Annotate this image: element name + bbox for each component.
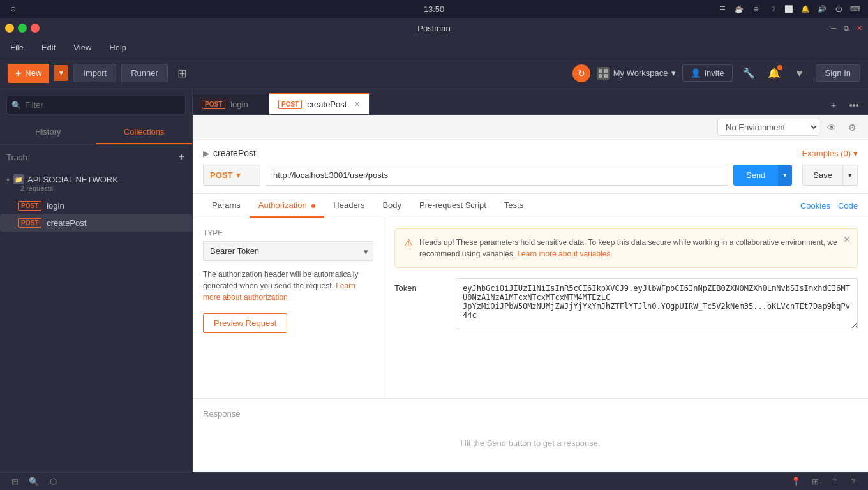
- sync-icon[interactable]: ↻: [572, 64, 590, 82]
- system-bar-right-icons: ☰ ☕ ⊕ ☽ ⬜ 🔔 🔊 ⏻ ⌨: [717, 4, 860, 14]
- env-eye-button[interactable]: 👁: [823, 119, 840, 136]
- menu-view[interactable]: View: [71, 41, 94, 54]
- auth-type-select[interactable]: Bearer Token: [203, 241, 373, 261]
- bottom-left-icons: ⊞ 🔍 ⬡: [8, 475, 60, 489]
- bottom-right-icons: 📍 ⊞ ⇧ ?: [789, 475, 860, 489]
- env-settings-button[interactable]: ⚙: [844, 119, 860, 136]
- notification-icon[interactable]: 🔔: [765, 64, 784, 83]
- menu-edit[interactable]: Edit: [39, 41, 58, 54]
- send-dropdown-button[interactable]: ▾: [778, 165, 792, 186]
- request-tabs-nav: Params Authorization Headers Body Pre-re…: [193, 194, 868, 218]
- import-button[interactable]: Import: [73, 64, 116, 82]
- tab-menu-button[interactable]: •••: [845, 96, 863, 114]
- win-close[interactable]: ✕: [855, 24, 863, 32]
- location-icon[interactable]: 📍: [789, 475, 803, 489]
- menu-file[interactable]: File: [8, 41, 26, 54]
- sidebar-actions: Trash +: [0, 145, 192, 169]
- network-icon[interactable]: ⊕: [751, 4, 761, 14]
- history-tab[interactable]: History: [0, 121, 96, 144]
- alert-close-button[interactable]: ✕: [843, 234, 851, 244]
- heart-icon[interactable]: ♥: [790, 64, 809, 83]
- agent-icon[interactable]: 🔧: [739, 64, 758, 83]
- plus-icon: +: [15, 68, 21, 79]
- alert-icon: ⚠: [404, 237, 413, 249]
- new-tab-button[interactable]: +: [825, 96, 842, 114]
- sign-in-button[interactable]: Sign In: [816, 64, 860, 82]
- preview-request-button[interactable]: Preview Request: [203, 313, 287, 333]
- title-bar-controls[interactable]: [5, 24, 40, 33]
- new-label: New: [25, 68, 41, 78]
- grid-icon[interactable]: ⊞: [808, 475, 822, 489]
- save-dropdown-button[interactable]: ▾: [843, 165, 858, 186]
- menu-icon[interactable]: ☰: [717, 4, 728, 14]
- method-label: POST: [210, 170, 232, 180]
- coffee-icon[interactable]: ☕: [734, 4, 744, 14]
- request-breadcrumb-name: createPost: [213, 148, 256, 158]
- examples-chevron-icon: ▾: [853, 149, 858, 158]
- terminal-icon[interactable]: ⬡: [46, 475, 60, 489]
- tab-body[interactable]: Body: [373, 194, 410, 218]
- trash-link[interactable]: Trash: [6, 152, 27, 162]
- new-button[interactable]: + New: [8, 64, 49, 83]
- send-button[interactable]: Send: [733, 165, 778, 186]
- url-input[interactable]: [266, 165, 728, 186]
- tab-authorization[interactable]: Authorization: [250, 194, 325, 218]
- workspace-button[interactable]: My Workspace ▾: [597, 67, 677, 80]
- bell-icon[interactable]: 🔔: [800, 4, 811, 14]
- tab-params[interactable]: Params: [203, 194, 250, 218]
- type-select-wrapper: Bearer Token ▾: [203, 241, 373, 261]
- alert-box: ⚠ Heads up! These parameters hold sensit…: [394, 228, 858, 268]
- keyboard-icon[interactable]: ⌨: [850, 4, 860, 14]
- new-folder-button[interactable]: +: [177, 150, 186, 164]
- layout-button[interactable]: ⊞: [173, 64, 192, 83]
- auth-left-panel: TYPE Bearer Token ▾ The authorization he…: [193, 218, 384, 398]
- code-link[interactable]: Code: [838, 201, 858, 211]
- search-input[interactable]: [6, 96, 186, 114]
- alert-learn-more-link[interactable]: Learn more about variables: [517, 249, 610, 258]
- tab-login[interactable]: POST login: [193, 94, 269, 114]
- sidebar: 🔍 History Collections Trash + ▾ 📁 API SO…: [0, 89, 193, 472]
- tab-pre-request-script[interactable]: Pre-request Script: [410, 194, 495, 218]
- share-icon[interactable]: ⇧: [827, 475, 841, 489]
- alert-text: Heads up! These parameters hold sensitiv…: [419, 237, 848, 260]
- help-icon[interactable]: ?: [846, 475, 860, 489]
- new-dropdown-button[interactable]: ▾: [54, 65, 68, 81]
- tab-headers[interactable]: Headers: [324, 194, 373, 218]
- env-selector[interactable]: No Environment: [717, 119, 819, 136]
- circle-icon: ⊙: [8, 4, 18, 14]
- save-button[interactable]: Save: [802, 165, 843, 186]
- method-select[interactable]: POST ▾: [203, 165, 260, 186]
- request-name-createpost: createPost: [47, 218, 86, 228]
- send-btn-group: Send ▾: [733, 165, 792, 186]
- tab-tests[interactable]: Tests: [495, 194, 532, 218]
- power-icon[interactable]: ⏻: [834, 4, 844, 14]
- examples-link[interactable]: Examples (0) ▾: [802, 149, 858, 158]
- search-icon-bottom[interactable]: 🔍: [27, 475, 41, 489]
- token-input[interactable]: [456, 278, 858, 329]
- window-controls: ─ ⧉ ✕: [830, 24, 863, 32]
- app-title: Postman: [417, 24, 450, 33]
- moon-icon[interactable]: ☽: [767, 4, 777, 14]
- close-button[interactable]: [31, 24, 40, 33]
- tab-close-icon[interactable]: ✕: [354, 100, 360, 108]
- sidebar-request-login[interactable]: POST login: [0, 197, 192, 214]
- collection-item[interactable]: ▾ 📁 API SOCIAL NETWORK 2 requests: [0, 169, 192, 197]
- tab-createpost[interactable]: POST createPost ✕: [269, 93, 370, 114]
- menu-help[interactable]: Help: [107, 41, 129, 54]
- system-bar-left-icons: ⊙: [8, 4, 18, 14]
- invite-button[interactable]: 👤 Invite: [682, 64, 732, 82]
- layout-icon[interactable]: ⊞: [8, 475, 22, 489]
- save-btn-group: Save ▾: [802, 165, 858, 186]
- minimize-button[interactable]: [5, 24, 14, 33]
- volume-icon[interactable]: 🔊: [817, 4, 827, 14]
- sidebar-request-createpost[interactable]: POST createPost: [0, 214, 192, 232]
- env-bar: No Environment 👁 ⚙: [193, 115, 868, 140]
- workspace-chevron-icon: ▾: [671, 68, 676, 78]
- cookies-link[interactable]: Cookies: [800, 201, 830, 211]
- maximize-button[interactable]: [18, 24, 27, 33]
- runner-button[interactable]: Runner: [121, 64, 168, 82]
- win-min[interactable]: ─: [830, 24, 837, 32]
- collections-tab[interactable]: Collections: [96, 121, 193, 144]
- window-icon[interactable]: ⬜: [784, 4, 794, 14]
- win-restore[interactable]: ⧉: [842, 24, 850, 32]
